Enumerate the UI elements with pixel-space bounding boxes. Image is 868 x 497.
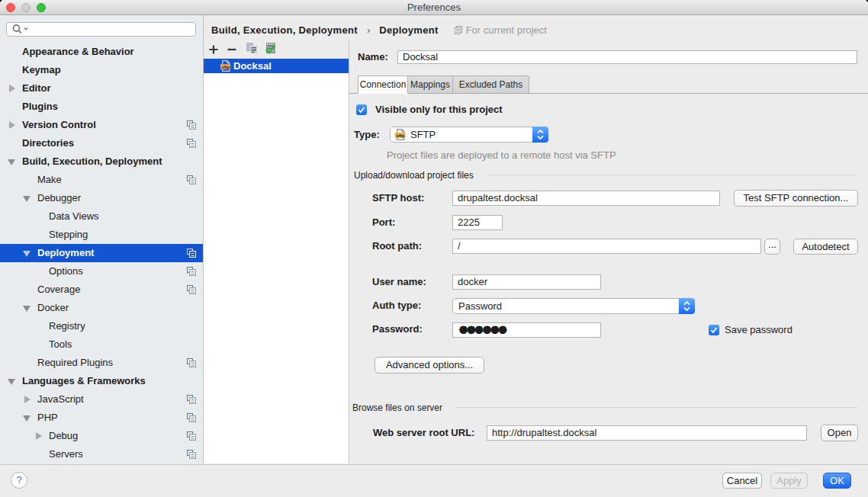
svg-text:sftp: sftp: [396, 133, 405, 138]
svg-text:sftp: sftp: [221, 64, 230, 69]
